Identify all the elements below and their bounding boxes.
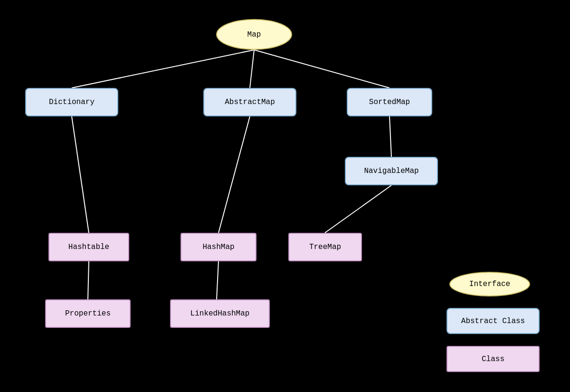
svg-line-2 [254, 50, 390, 88]
dictionary-label: Dictionary [49, 98, 95, 106]
svg-line-8 [217, 261, 218, 299]
svg-line-7 [88, 261, 89, 299]
svg-line-1 [250, 50, 254, 88]
abstractmap-label: AbstractMap [225, 98, 275, 106]
treemap-label: TreeMap [309, 243, 341, 251]
svg-line-4 [72, 116, 89, 233]
linkedhashmap-node: LinkedHashMap [170, 299, 270, 328]
svg-line-3 [390, 116, 391, 157]
hashtable-node: Hashtable [48, 233, 129, 261]
svg-line-6 [325, 185, 391, 233]
legend-abstract-class-label: Abstract Class [461, 317, 525, 325]
map-node: Map [216, 19, 292, 50]
legend-class-label: Class [482, 355, 504, 363]
legend-class: Class [446, 346, 540, 372]
properties-label: Properties [65, 309, 111, 318]
svg-line-0 [72, 50, 254, 88]
hashtable-label: Hashtable [68, 243, 109, 251]
treemap-node: TreeMap [288, 233, 362, 261]
sortedmap-node: SortedMap [347, 88, 432, 116]
map-label: Map [247, 30, 261, 39]
abstractmap-node: AbstractMap [203, 88, 296, 116]
navigablemap-label: NavigableMap [364, 167, 418, 175]
dictionary-node: Dictionary [25, 88, 118, 116]
legend-abstract-class: Abstract Class [446, 308, 540, 334]
linkedhashmap-label: LinkedHashMap [190, 309, 250, 318]
properties-node: Properties [45, 299, 131, 328]
legend-interface-label: Interface [469, 280, 510, 288]
svg-line-5 [218, 116, 250, 233]
sortedmap-label: SortedMap [369, 98, 410, 106]
hashmap-label: HashMap [202, 243, 234, 251]
legend-interface: Interface [449, 272, 530, 296]
hashmap-node: HashMap [180, 233, 256, 261]
navigablemap-node: NavigableMap [345, 157, 438, 185]
